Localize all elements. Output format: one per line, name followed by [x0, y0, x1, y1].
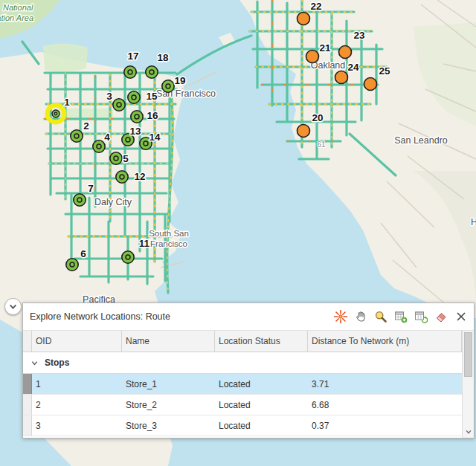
map-stop-label: 11	[139, 238, 150, 249]
map-stop-label: 23	[353, 30, 365, 41]
cell-status: Located	[215, 374, 308, 394]
vertical-scrollbar[interactable]	[462, 331, 474, 438]
map-label: Recreation Area	[0, 13, 33, 22]
group-row-stops[interactable]: Stops	[23, 352, 462, 374]
column-header-oid[interactable]: OID	[32, 331, 122, 352]
explore-network-locations-panel: Explore Network Locations: Route	[22, 302, 475, 439]
map-stop-label: 20	[312, 112, 323, 123]
zoom-button[interactable]	[373, 309, 388, 324]
column-header-location-status[interactable]: Location Status	[215, 331, 308, 352]
map-stop-label: 14	[149, 132, 161, 143]
table-row[interactable]: 1 Store_1 Located 3.71	[23, 374, 462, 395]
row-selector-header	[23, 331, 32, 352]
table-refresh-icon	[414, 310, 428, 323]
collapse-panel-button[interactable]	[4, 298, 22, 315]
scroll-down-button[interactable]	[463, 426, 474, 438]
map-stop-label: 4	[104, 132, 110, 143]
park-presidio	[43, 43, 88, 71]
map-stop-label: 21	[319, 42, 331, 54]
map-stop-label: 3	[106, 91, 112, 102]
table-refresh-button[interactable]	[414, 309, 428, 324]
row-selector[interactable]	[23, 415, 32, 436]
cell-name: Store_3	[122, 415, 215, 436]
table-select-button[interactable]	[393, 309, 408, 324]
map-label: San Leandro	[394, 135, 448, 146]
map-stop-label: 5	[123, 153, 129, 164]
map-label: National	[3, 3, 33, 12]
cell-oid: 1	[32, 374, 122, 394]
map-stop-label: 16	[147, 110, 158, 121]
cell-status: Located	[215, 395, 308, 415]
pan-button[interactable]	[353, 309, 368, 324]
pan-hand-icon	[354, 310, 367, 323]
map-label: South San	[149, 229, 189, 238]
row-selector[interactable]	[23, 395, 32, 415]
table-select-icon	[394, 310, 408, 323]
panel-title: Explore Network Locations: Route	[30, 311, 170, 322]
map-stop-label: 7	[88, 183, 94, 194]
map-label: Daly City	[94, 197, 132, 207]
cell-oid: 3	[32, 415, 122, 436]
map-stop-label: 12	[134, 171, 145, 182]
chevron-down-icon	[30, 359, 39, 367]
map-stop-label: 17	[127, 51, 138, 62]
map-label: Francisco	[150, 239, 187, 248]
cell-status: Located	[215, 415, 308, 436]
eraser-icon	[434, 310, 448, 323]
zoom-magnifier-icon	[374, 310, 387, 323]
column-header-distance[interactable]: Distance To Network (m)	[308, 331, 462, 352]
table-row[interactable]: 3 Store_3 Located 0.37	[23, 415, 462, 436]
panel-toolbar	[333, 309, 469, 324]
row-selector[interactable]	[23, 374, 32, 394]
chevron-down-icon	[465, 428, 472, 436]
map-stop-label: 25	[379, 65, 390, 77]
flash-locate-button[interactable]	[333, 309, 348, 324]
map-stop-label: 24	[347, 62, 359, 73]
cell-name: Store_2	[122, 395, 215, 415]
map-stop-label: 1	[64, 97, 70, 108]
map-stop-label: 6	[80, 248, 86, 259]
table-header-row: OID Name Location Status Distance To Net…	[23, 331, 462, 352]
cell-distance: 0.37	[308, 415, 462, 436]
map-label: Hayward	[471, 217, 476, 227]
map-stop-label: 18	[157, 52, 169, 63]
map-stop-label: 13	[129, 126, 141, 137]
group-label: Stops	[45, 357, 69, 368]
close-button[interactable]	[454, 309, 469, 324]
map-stop-label: 19	[174, 75, 185, 86]
flash-locate-icon	[334, 310, 347, 323]
cell-oid: 2	[32, 395, 122, 415]
eraser-button[interactable]	[434, 309, 448, 324]
scrollbar-thumb[interactable]	[464, 332, 472, 377]
table-row[interactable]: 2 Store_2 Located 6.68	[23, 395, 462, 415]
chevron-down-icon	[8, 302, 18, 311]
column-header-name[interactable]: Name	[122, 331, 215, 352]
cell-distance: 3.71	[308, 374, 462, 394]
map-stop-5[interactable]: 5	[110, 152, 129, 164]
map-stop-label: 15	[146, 91, 158, 102]
close-icon	[454, 310, 468, 323]
cell-name: Store_1	[122, 374, 215, 394]
map-stop-label: 2	[83, 120, 89, 132]
locations-table: OID Name Location Status Distance To Net…	[23, 331, 462, 438]
cell-distance: 6.68	[308, 395, 462, 415]
map-stop-label: 22	[310, 1, 321, 12]
panel-titlebar: Explore Network Locations: Route	[23, 303, 474, 331]
map-label: 61	[317, 140, 326, 149]
